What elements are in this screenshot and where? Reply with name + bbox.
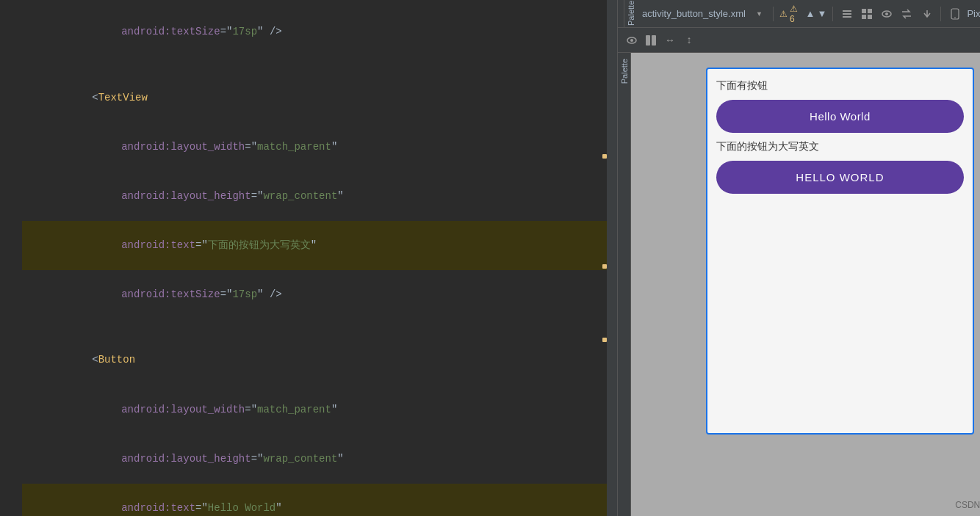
watermark-label: CSDN @hxh_230810 <box>955 500 980 510</box>
code-line: android:textSize="17sp" /> <box>22 270 617 319</box>
eye2-icon[interactable] <box>624 32 640 48</box>
filename-label: activity_button_style.xml <box>642 8 746 19</box>
preview-label1: 下面有按钮 <box>716 78 964 94</box>
multi-view-icon[interactable] <box>643 32 659 48</box>
palette-side-tab[interactable]: Palette <box>619 53 630 90</box>
svg-point-8 <box>885 12 888 15</box>
warning-badge[interactable]: ⚠ ⚠ 6 ▲ ▼ <box>779 4 826 24</box>
scroll-marker <box>602 154 607 159</box>
toolbar-separator <box>940 7 941 21</box>
preview-toolbar2: ↔ ↕ <box>618 28 980 53</box>
preview-panel: Palette activity_button_style.xml ▾ ⚠ ⚠ … <box>618 0 980 516</box>
eye-icon[interactable] <box>879 6 895 22</box>
nav-up-icon[interactable]: ▲ <box>806 8 815 19</box>
nav-down-icon[interactable]: ▼ <box>817 8 826 19</box>
grid-icon[interactable] <box>860 6 875 22</box>
phone-icon <box>947 6 962 22</box>
svg-rect-0 <box>843 10 851 12</box>
code-line <box>22 57 617 73</box>
svg-rect-1 <box>843 13 851 15</box>
code-line-highlighted: android:text="下面的按钮为大写英文" <box>22 221 617 270</box>
swap2-icon[interactable]: ↔ <box>662 32 678 48</box>
svg-rect-15 <box>652 35 656 46</box>
svg-rect-3 <box>862 9 866 13</box>
scroll-marker <box>602 264 607 269</box>
svg-rect-6 <box>868 15 872 19</box>
svg-point-13 <box>630 39 633 42</box>
preview-area: 下面有按钮 Hello World 下面的按钮为大写英文 HELLO WORLD… <box>631 53 980 516</box>
preview-button1[interactable]: Hello World <box>716 100 964 133</box>
code-line <box>22 319 617 335</box>
svg-rect-14 <box>646 35 650 46</box>
code-line: <TextView <box>22 73 617 122</box>
layers-icon[interactable] <box>839 6 854 22</box>
svg-rect-4 <box>868 9 872 13</box>
code-line: <Button <box>22 335 617 385</box>
svg-rect-5 <box>862 15 866 19</box>
preview-toolbar: Palette activity_button_style.xml ▾ ⚠ ⚠ … <box>618 0 980 28</box>
code-line: android:layout_height="wrap_content" <box>22 172 617 221</box>
code-line: android:textSize="17sp" /> <box>22 7 617 57</box>
palette-tab[interactable]: Palette <box>624 0 638 27</box>
scroll-marker <box>602 338 607 342</box>
preview-button2[interactable]: HELLO WORLD <box>716 161 964 194</box>
code-line: android:layout_height="wrap_content" <box>22 434 617 483</box>
phone-preview-frame: 下面有按钮 Hello World 下面的按钮为大写英文 HELLO WORLD <box>706 68 974 435</box>
arrow-down-icon[interactable] <box>919 6 934 22</box>
side-tab-panel: Palette <box>618 53 631 516</box>
toolbar-separator <box>773 7 774 21</box>
resize-icon[interactable]: ↕ <box>681 32 697 48</box>
device-label[interactable]: Pixel ▾ <box>967 8 980 19</box>
preview-label2: 下面的按钮为大写英文 <box>716 139 964 155</box>
code-editor[interactable]: android:textSize="17sp" /> <TextView and… <box>0 0 617 516</box>
preview-wrapper: Palette 下面有按钮 Hello World 下面的按钮为大写英文 HEL… <box>618 53 980 516</box>
warning-icon: ⚠ <box>779 9 788 19</box>
svg-rect-2 <box>843 16 851 18</box>
warning-count: ⚠ 6 <box>790 4 804 24</box>
code-line: android:layout_width="match_parent" <box>22 385 617 434</box>
code-line: android:layout_width="match_parent" <box>22 122 617 171</box>
filename-dropdown-icon[interactable]: ▾ <box>752 6 767 22</box>
toolbar-separator <box>832 7 833 21</box>
code-line-highlighted: android:text="Hello World" <box>22 484 617 516</box>
swap-icon[interactable] <box>899 6 915 22</box>
